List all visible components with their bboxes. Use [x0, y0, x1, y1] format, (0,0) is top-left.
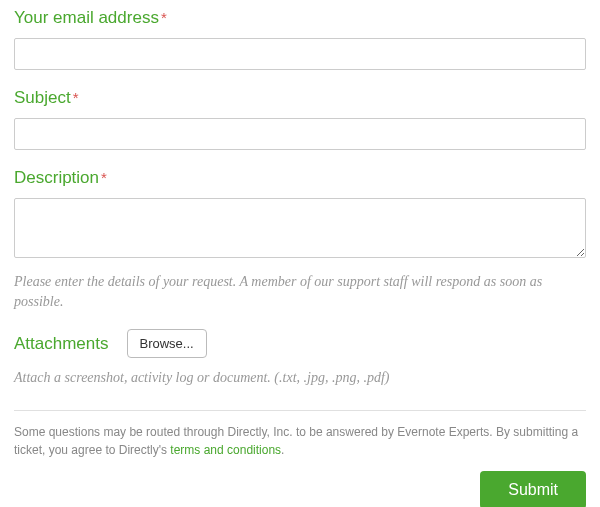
email-label-text: Your email address	[14, 8, 159, 27]
subject-required-indicator: *	[73, 89, 79, 106]
attachments-hint: Attach a screenshot, activity log or doc…	[14, 368, 586, 388]
description-hint: Please enter the details of your request…	[14, 272, 586, 311]
footer-after: .	[281, 443, 284, 457]
subject-input[interactable]	[14, 118, 586, 150]
attachments-label: Attachments	[14, 334, 109, 354]
attachments-row: Attachments Browse...	[14, 329, 586, 358]
description-group: Description* Please enter the details of…	[14, 168, 586, 311]
terms-link[interactable]: terms and conditions	[170, 443, 281, 457]
footer-before: Some questions may be routed through Dir…	[14, 425, 578, 457]
browse-button[interactable]: Browse...	[127, 329, 207, 358]
email-label: Your email address*	[14, 8, 586, 28]
email-group: Your email address*	[14, 8, 586, 70]
submit-row: Submit	[14, 471, 586, 507]
email-input[interactable]	[14, 38, 586, 70]
submit-button[interactable]: Submit	[480, 471, 586, 507]
description-required-indicator: *	[101, 169, 107, 186]
subject-label-text: Subject	[14, 88, 71, 107]
description-label: Description*	[14, 168, 586, 188]
subject-label: Subject*	[14, 88, 586, 108]
subject-group: Subject*	[14, 88, 586, 150]
divider	[14, 410, 586, 411]
description-label-text: Description	[14, 168, 99, 187]
email-required-indicator: *	[161, 9, 167, 26]
attachments-group: Attachments Browse... Attach a screensho…	[14, 329, 586, 388]
description-textarea[interactable]	[14, 198, 586, 258]
footer-text: Some questions may be routed through Dir…	[14, 423, 586, 459]
